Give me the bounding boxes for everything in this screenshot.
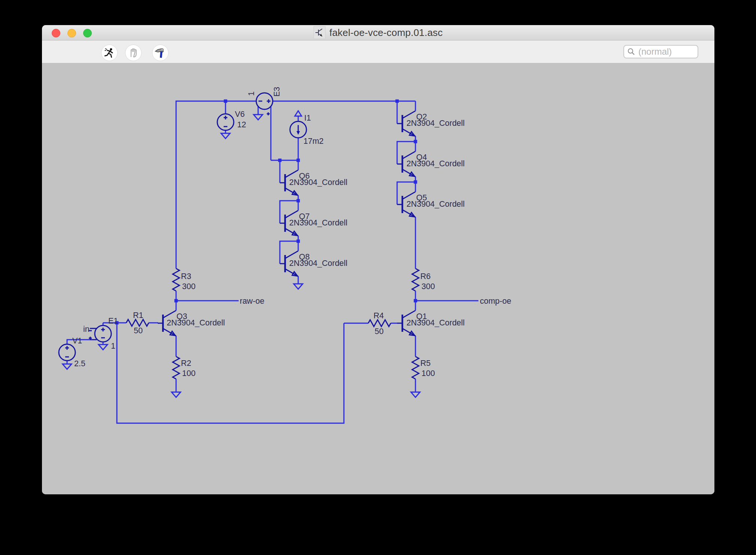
resistor-R1[interactable] <box>126 319 149 326</box>
source-E1[interactable] <box>89 325 111 342</box>
component-value-R2[interactable]: 100 <box>182 369 196 378</box>
component-ref-R1[interactable]: R1 <box>133 311 143 320</box>
search-field[interactable] <box>623 45 698 58</box>
pan-button[interactable] <box>125 45 142 61</box>
title-bar[interactable]: fakel-oe-vce-comp.01.asc <box>42 25 714 40</box>
component-value-Q5[interactable]: 2N3904_Cordell <box>406 200 465 209</box>
net-label-raw-oe[interactable]: raw-oe <box>240 297 264 306</box>
hand-icon <box>128 47 139 58</box>
resistor-R2[interactable] <box>173 357 179 379</box>
ground-symbol-e1[interactable] <box>99 342 108 350</box>
toolbar <box>42 40 714 63</box>
net-label-in[interactable]: in <box>83 325 90 334</box>
component-value-R1[interactable]: 50 <box>134 326 143 335</box>
ground-symbol-r5[interactable] <box>411 390 420 397</box>
ltspice-window: fakel-oe-vce-comp.01.asc <box>42 25 714 494</box>
ground-symbol-q8[interactable] <box>294 282 303 289</box>
component-value-Q1[interactable]: 2N3904_Cordell <box>406 318 465 327</box>
title-group: fakel-oe-vce-comp.01.asc <box>314 26 442 39</box>
component-value-Q2[interactable]: 2N3904_Cordell <box>406 119 465 128</box>
component-ref-I1[interactable]: I1 <box>304 113 311 122</box>
schematic-canvas[interactable]: V6 12 1 E3 I1 17m2 Q6 2N3904_Cordell Q7 … <box>42 63 714 494</box>
tools-button[interactable] <box>152 45 169 61</box>
resistor-R5[interactable] <box>412 357 419 379</box>
runner-icon <box>104 47 115 58</box>
component-value-Q6[interactable]: 2N3904_Cordell <box>289 178 347 187</box>
ground-symbol-r2[interactable] <box>172 390 181 397</box>
minimize-button[interactable] <box>67 29 76 37</box>
component-value-V1[interactable]: 2.5 <box>74 359 85 368</box>
net-label-comp-oe[interactable]: comp-oe <box>480 297 511 306</box>
ground-symbol-v6[interactable] <box>221 131 230 139</box>
close-button[interactable] <box>52 29 60 37</box>
component-ref-V1[interactable]: V1 <box>72 336 82 345</box>
junctions <box>115 100 417 325</box>
component-ref-R3[interactable]: R3 <box>181 272 191 281</box>
component-value-Q3[interactable]: 2N3904_Cordell <box>167 318 225 327</box>
component-ref-R4[interactable]: R4 <box>374 311 384 320</box>
component-ref-V6[interactable]: V6 <box>235 110 245 119</box>
component-value-Q8[interactable]: 2N3904_Cordell <box>289 259 347 268</box>
ground-symbol-v1[interactable] <box>63 362 72 369</box>
i1-direction-arrow <box>295 111 302 116</box>
resistor-R6[interactable] <box>412 269 419 291</box>
component-ref-R5[interactable]: R5 <box>420 359 431 368</box>
component-ref-E3[interactable]: E3 <box>272 87 281 97</box>
schematic-doc-icon <box>314 26 326 39</box>
e3-plus-mark <box>267 112 270 115</box>
component-ref-R6[interactable]: R6 <box>420 272 431 281</box>
zoom-button[interactable] <box>83 29 92 37</box>
component-value-I1[interactable]: 17m2 <box>303 137 324 146</box>
component-value-R3[interactable]: 300 <box>182 282 196 291</box>
source-E3[interactable] <box>256 93 273 109</box>
traffic-lights <box>52 29 92 37</box>
source-V1[interactable] <box>59 344 75 361</box>
component-value-V6[interactable]: 12 <box>237 120 246 129</box>
component-value-R6[interactable]: 300 <box>421 282 435 291</box>
component-value-Q7[interactable]: 2N3904_Cordell <box>289 218 347 227</box>
component-value-R4[interactable]: 50 <box>375 327 384 336</box>
search-icon <box>627 48 635 56</box>
component-ref-R2[interactable]: R2 <box>181 359 191 368</box>
search-input[interactable] <box>638 46 692 57</box>
ground-symbol-e3[interactable] <box>254 112 263 120</box>
resistor-R4[interactable] <box>368 320 391 327</box>
symbols <box>59 93 420 397</box>
component-value-Q4[interactable]: 2N3904_Cordell <box>406 159 465 168</box>
source-I1[interactable] <box>290 121 306 138</box>
run-button[interactable] <box>101 45 118 61</box>
source-V6[interactable] <box>217 114 234 130</box>
component-value-E3[interactable]: 1 <box>247 91 256 96</box>
hammer-icon <box>154 47 166 59</box>
wire-feedback[interactable] <box>117 323 344 423</box>
component-value-E1[interactable]: 1 <box>111 342 115 351</box>
component-value-R5[interactable]: 100 <box>421 369 435 378</box>
window-title: fakel-oe-vce-comp.01.asc <box>329 27 442 39</box>
component-ref-E1[interactable]: E1 <box>108 316 118 325</box>
resistor-R3[interactable] <box>173 269 179 291</box>
